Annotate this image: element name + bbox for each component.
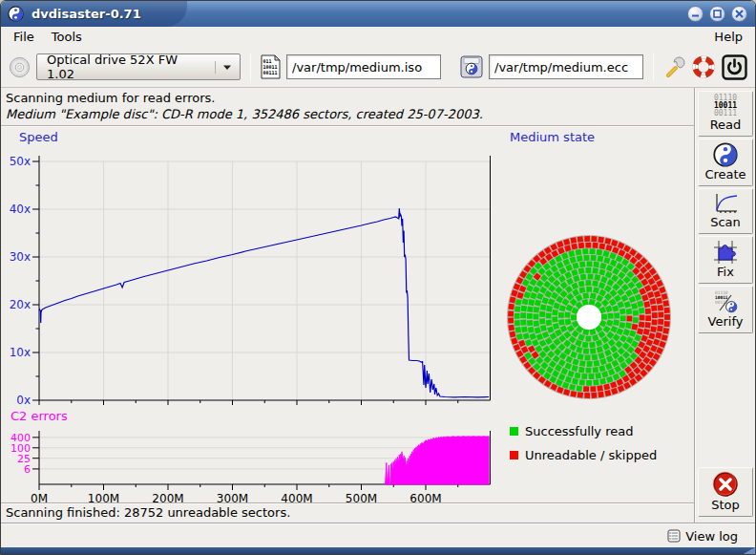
status-line-1: Scanning medium for read errors.	[6, 91, 215, 105]
stop-icon	[712, 471, 739, 498]
stop-button[interactable]: Stop	[698, 467, 753, 517]
app-window: dvdisaster-0.71 File Tools Help Opt	[0, 0, 756, 555]
legend-swatch-red	[510, 451, 518, 459]
menubar: File Tools Help	[1, 27, 755, 47]
toolbar: Optical drive 52X FW 1.02 011 10011 0011…	[1, 47, 755, 88]
log-list-icon	[667, 529, 681, 543]
svg-text:20x: 20x	[10, 298, 31, 311]
svg-text:6: 6	[24, 463, 31, 476]
medium-state-disc	[501, 229, 677, 405]
ecc-path-input[interactable]	[489, 54, 643, 79]
window-title: dvdisaster-0.71	[32, 7, 141, 21]
svg-text:10x: 10x	[10, 346, 31, 359]
read-button[interactable]: 01110 10011 00111 Read	[698, 91, 753, 137]
iso-file-icon: 011 10011 00111	[261, 54, 281, 79]
cd-drive-icon	[9, 56, 31, 78]
maximize-icon	[713, 10, 722, 18]
legend-item-read: Successfully read	[510, 424, 633, 438]
menu-tools[interactable]: Tools	[43, 28, 91, 46]
svg-text:30x: 30x	[10, 250, 31, 264]
separator	[1, 125, 694, 127]
toolbar-separator	[250, 53, 251, 81]
resize-grip[interactable]	[740, 547, 755, 555]
lifebuoy-icon	[691, 54, 716, 79]
scan-button-label: Scan	[710, 215, 741, 229]
quit-button[interactable]	[722, 54, 747, 80]
iso-path-input[interactable]	[286, 54, 441, 79]
footer-bar: View log	[1, 523, 755, 547]
svg-text:0x: 0x	[16, 394, 31, 407]
medium-state-title: Medium state	[510, 130, 595, 144]
menu-help[interactable]: Help	[705, 28, 751, 46]
minimize-icon	[691, 10, 700, 18]
minimize-button[interactable]	[687, 6, 704, 22]
app-yinyang-icon	[8, 6, 24, 22]
main-panel: Scanning medium for read errors. Medium …	[1, 88, 694, 523]
view-log-label: View log	[685, 529, 738, 544]
verify-icon: 01110 10011 00111	[712, 289, 739, 314]
close-icon	[735, 10, 744, 18]
legend-label-unreadable: Unreadable / skipped	[525, 448, 657, 462]
speed-chart-title: Speed	[19, 130, 58, 144]
menu-file[interactable]: File	[5, 28, 43, 46]
toolbar-separator	[653, 53, 654, 81]
read-icon: 01110 10011 00111	[714, 95, 737, 117]
fix-button[interactable]: Fix	[698, 236, 753, 284]
view-log-button[interactable]: View log	[663, 527, 742, 545]
stop-button-label: Stop	[711, 498, 740, 512]
create-button[interactable]: Create	[698, 139, 753, 186]
legend-swatch-green	[510, 427, 518, 436]
chevron-down-icon	[222, 64, 232, 71]
speed-chart: 0x10x20x30x40x50x	[1, 143, 499, 420]
verify-button[interactable]: 01110 10011 00111 Verify	[698, 286, 753, 333]
create-button-label: Create	[704, 167, 746, 181]
svg-text:00111: 00111	[263, 70, 278, 75]
power-icon	[722, 54, 747, 80]
scan-chart-icon	[712, 192, 739, 215]
svg-text:50x: 50x	[10, 155, 31, 168]
svg-text:40x: 40x	[10, 203, 31, 216]
verify-button-label: Verify	[708, 314, 744, 329]
dropdown-arrow-box	[215, 61, 234, 74]
close-button[interactable]	[731, 6, 747, 22]
scan-button[interactable]: Scan	[698, 188, 753, 234]
legend-label-read: Successfully read	[525, 424, 633, 438]
help-lifebuoy-button[interactable]	[691, 54, 716, 79]
wrench-icon	[663, 56, 685, 78]
window-bottom-border	[1, 547, 755, 555]
read-button-label: Read	[710, 117, 742, 132]
status-line-2: Medium "Example disc": CD-R mode 1, 3524…	[6, 107, 483, 121]
legend-item-unreadable: Unreadable / skipped	[510, 448, 657, 462]
fix-button-label: Fix	[717, 265, 734, 279]
fix-puzzle-icon	[712, 240, 739, 265]
titlebar[interactable]: dvdisaster-0.71	[1, 1, 755, 27]
create-yinyang-icon	[713, 142, 738, 167]
preferences-button[interactable]	[663, 56, 685, 78]
drive-selector-dropdown[interactable]: Optical drive 52X FW 1.02	[36, 53, 241, 80]
maximize-button[interactable]	[709, 6, 725, 22]
drive-selector-value: Optical drive 52X FW 1.02	[47, 53, 209, 81]
c2-errors-chart: 4001002560M100M200M300M400M500M600M	[1, 427, 499, 508]
ecc-file-icon	[460, 55, 483, 78]
scan-result-statusbar: Scanning finished: 28752 unreadable sect…	[1, 502, 694, 523]
action-sidebar: 01110 10011 00111 Read Create Scan	[694, 88, 755, 523]
